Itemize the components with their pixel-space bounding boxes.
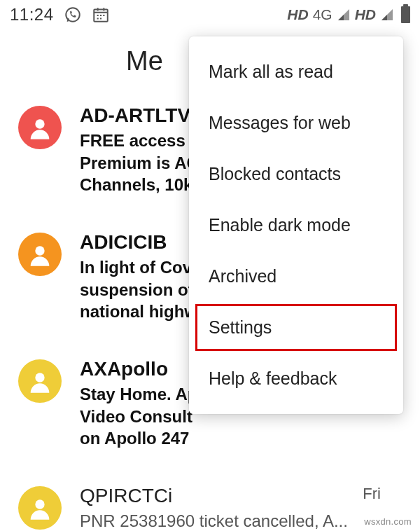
- network-hd-2: HD: [355, 6, 376, 23]
- person-icon: [26, 494, 54, 522]
- svg-point-5: [35, 499, 44, 509]
- conversation-date: Fri: [363, 485, 381, 503]
- svg-point-4: [35, 373, 44, 382]
- avatar: [18, 359, 62, 403]
- person-icon: [26, 113, 54, 142]
- menu-item-messages-for-web[interactable]: Messages for web: [189, 97, 403, 149]
- calendar-icon: [92, 6, 110, 24]
- svg-point-2: [35, 119, 44, 128]
- person-icon: [26, 240, 54, 268]
- network-hd-1: HD: [287, 6, 308, 23]
- menu-item-mark-all-read[interactable]: Mark all as read: [189, 46, 403, 97]
- menu-item-archived[interactable]: Archived: [189, 251, 403, 302]
- conversation-row[interactable]: QPIRCTCi PNR 25381960 ticket cancelled, …: [18, 485, 402, 531]
- signal-icon-2: [380, 8, 394, 22]
- conversation-snippet: PNR 25381960 ticket cancelled, A...: [80, 510, 374, 531]
- watermark: wsxdn.com: [364, 516, 412, 527]
- avatar: [18, 233, 62, 276]
- status-bar: 11:24 HD 4G HD: [0, 0, 420, 29]
- menu-item-enable-dark-mode[interactable]: Enable dark mode: [189, 200, 403, 251]
- whatsapp-icon: [64, 6, 82, 24]
- conversation-sender: QPIRCTCi: [80, 485, 402, 507]
- avatar: [18, 486, 62, 530]
- menu-item-settings[interactable]: Settings: [193, 302, 399, 353]
- network-4g: 4G: [313, 6, 332, 23]
- status-clock: 11:24: [10, 5, 54, 25]
- avatar: [18, 106, 62, 149]
- person-icon: [26, 367, 54, 395]
- overflow-menu: Mark all as read Messages for web Blocke…: [189, 36, 403, 414]
- menu-item-help-feedback[interactable]: Help & feedback: [189, 353, 403, 404]
- menu-item-blocked-contacts[interactable]: Blocked contacts: [189, 149, 403, 200]
- svg-point-3: [35, 246, 44, 255]
- signal-icon-1: [337, 8, 351, 22]
- battery-icon: [401, 6, 410, 23]
